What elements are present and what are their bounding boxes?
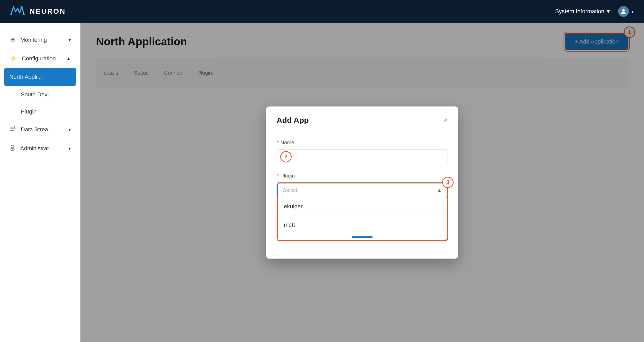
annotation-2: 2 xyxy=(280,151,292,162)
name-input[interactable] xyxy=(277,149,448,164)
configuration-chevron: ▲ xyxy=(66,56,71,61)
sidebar-item-label-plugin: Plugin xyxy=(21,108,37,115)
system-info-label: System Information xyxy=(555,8,604,15)
modal-overlay[interactable]: Add App × * Name 2 xyxy=(80,23,644,342)
sidebar-item-label-data-stream: Data Strea... xyxy=(21,126,53,133)
logo-area: NEURON xyxy=(10,5,66,18)
user-area[interactable]: ▾ xyxy=(618,6,634,17)
name-form-group: * Name 2 xyxy=(277,139,448,164)
svg-point-3 xyxy=(621,12,626,14)
name-label: * Name xyxy=(277,139,448,146)
plugin-option-ekuiper[interactable]: ekuiper xyxy=(278,197,447,216)
plugin-required-star: * xyxy=(277,173,279,179)
topnav-right: System Information ▾ ▾ xyxy=(555,6,634,17)
plugin-wrapper: 3 Select ▲ xyxy=(277,182,448,241)
svg-point-8 xyxy=(10,148,15,151)
name-required-star: * xyxy=(277,139,279,146)
name-input-wrapper: 2 xyxy=(277,149,448,164)
sidebar-item-label-north-appli: North Appli... xyxy=(9,74,42,80)
layout: 🖥 Monitoring ▾ ⚡ Configuration ▲ North A… xyxy=(0,23,644,342)
plugin-dropdown-list: ekuiper mqtt xyxy=(277,197,447,240)
user-avatar xyxy=(618,6,629,17)
system-info-chevron: ▾ xyxy=(607,8,610,15)
topnav: NEURON System Information ▾ ▾ xyxy=(0,0,644,23)
plugin-form-group: * Plugin 3 Select xyxy=(277,173,448,241)
svg-point-1 xyxy=(23,14,25,15)
modal-header: Add App × xyxy=(266,106,458,130)
sidebar-item-plugin[interactable]: Plugin xyxy=(0,103,80,120)
data-stream-icon xyxy=(9,126,16,133)
sidebar-item-label-configuration: Configuration xyxy=(22,55,56,62)
modal-title: Add App xyxy=(277,116,309,125)
data-stream-chevron: ▾ xyxy=(68,127,71,132)
sidebar: 🖥 Monitoring ▾ ⚡ Configuration ▲ North A… xyxy=(0,23,80,342)
add-app-modal: Add App × * Name 2 xyxy=(266,106,458,259)
sidebar-item-data-stream[interactable]: Data Strea... ▾ xyxy=(0,120,80,139)
modal-body: * Name 2 * xyxy=(266,130,458,259)
sidebar-item-north-appli[interactable]: North Appli... xyxy=(4,68,76,86)
admin-chevron: ▾ xyxy=(68,146,71,151)
app-title: NEURON xyxy=(30,7,66,16)
sidebar-item-label-monitoring: Monitoring xyxy=(20,37,47,43)
monitoring-chevron: ▾ xyxy=(68,37,71,43)
sidebar-item-south-devi[interactable]: South Devi... xyxy=(0,86,80,103)
sidebar-item-monitoring[interactable]: 🖥 Monitoring ▾ xyxy=(0,31,80,49)
sidebar-item-configuration[interactable]: ⚡ Configuration ▲ xyxy=(0,49,80,68)
main-area: North Application 1 + Add Application da… xyxy=(80,23,644,342)
sidebar-item-administrat[interactable]: Administrat... ▾ xyxy=(0,139,80,158)
plugin-select[interactable]: Select ▲ xyxy=(277,183,447,198)
scroll-indicator xyxy=(352,236,373,238)
sidebar-item-label-administrat: Administrat... xyxy=(20,145,53,152)
svg-point-2 xyxy=(622,9,625,12)
svg-point-7 xyxy=(11,145,14,148)
config-icon: ⚡ xyxy=(9,55,17,62)
modal-close-button[interactable]: × xyxy=(444,116,448,124)
admin-icon xyxy=(9,145,16,152)
plugin-select-wrapper: Select ▲ ekuiper mqtt xyxy=(277,182,448,241)
annotation-3: 3 xyxy=(442,177,454,188)
plugin-placeholder: Select xyxy=(283,187,297,193)
chevron-up-icon: ▲ xyxy=(437,188,442,193)
sidebar-item-label-south-devi: South Devi... xyxy=(21,91,53,98)
user-chevron: ▾ xyxy=(632,9,634,14)
system-info-button[interactable]: System Information ▾ xyxy=(555,8,610,15)
plugin-option-mqtt[interactable]: mqtt xyxy=(278,216,447,234)
plugin-label: * Plugin xyxy=(277,173,448,179)
monitor-icon: 🖥 xyxy=(9,36,16,44)
neuron-logo-icon xyxy=(10,5,26,18)
